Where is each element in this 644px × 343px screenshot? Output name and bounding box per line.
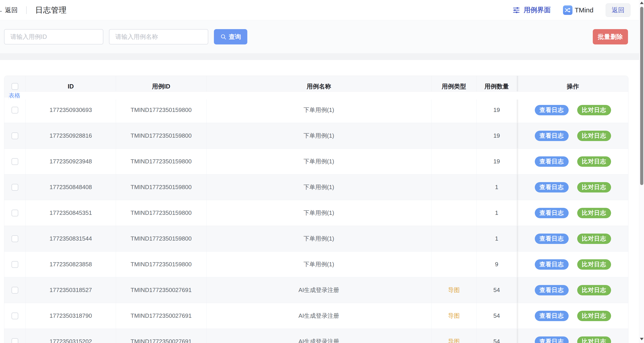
cell-id: 1772350831544 xyxy=(26,226,116,252)
back-link[interactable]: ← 返回 xyxy=(0,6,18,14)
cell-case-count: 19 xyxy=(476,97,517,123)
view-log-button[interactable]: 查看日志 xyxy=(535,285,569,296)
cell-id: 1772350318790 xyxy=(26,303,116,329)
table-row: 1772350831544 TMIND1772350159800 下单用例(1)… xyxy=(4,226,628,252)
view-log-button[interactable]: 查看日志 xyxy=(535,156,569,167)
cell-case-id: TMIND1772350159800 xyxy=(116,226,206,252)
row-checkbox-cell xyxy=(4,252,26,277)
cell-case-id: TMIND1772350159800 xyxy=(116,174,206,200)
table-row: 1772350848408 TMIND1772350159800 下单用例(1)… xyxy=(4,174,628,200)
cell-case-name: 下单用例(1) xyxy=(206,97,432,123)
case-id-input[interactable] xyxy=(4,29,103,44)
compare-log-button[interactable]: 比对日志 xyxy=(577,259,611,270)
row-checkbox-cell xyxy=(4,97,26,123)
view-log-button[interactable]: 查看日志 xyxy=(535,259,569,270)
cell-case-id: TMIND1772350159800 xyxy=(116,200,206,226)
compare-log-button[interactable]: 比对日志 xyxy=(577,336,611,343)
page-title: 日志管理 xyxy=(35,5,67,15)
usecase-view-link[interactable]: 用例界面 xyxy=(512,6,551,15)
table-row: 1772350845351 TMIND1772350159800 下单用例(1)… xyxy=(4,200,628,226)
cell-case-name: 下单用例(1) xyxy=(206,226,432,252)
cell-case-count: 54 xyxy=(476,329,517,343)
scrollbar-thumb[interactable] xyxy=(640,7,643,185)
view-log-button[interactable]: 查看日志 xyxy=(535,131,569,141)
cell-case-type: 导图 xyxy=(432,303,476,329)
row-checkbox[interactable] xyxy=(12,210,18,216)
cell-case-name: 下单用例(1) xyxy=(206,174,432,200)
row-checkbox[interactable] xyxy=(12,132,18,139)
row-checkbox-cell xyxy=(4,149,26,174)
case-type-link[interactable]: 导图 xyxy=(448,338,460,343)
view-log-button[interactable]: 查看日志 xyxy=(535,105,569,115)
vertical-scrollbar[interactable] xyxy=(639,0,644,343)
compare-log-button[interactable]: 比对日志 xyxy=(577,131,611,141)
case-type-link[interactable]: 导图 xyxy=(448,286,460,294)
usecase-view-label: 用例界面 xyxy=(524,6,551,15)
view-log-button[interactable]: 查看日志 xyxy=(535,311,569,321)
cell-id: 1772350845351 xyxy=(26,200,116,226)
compare-log-button[interactable]: 比对日志 xyxy=(577,182,611,192)
cell-actions: 查看日志 比对日志 xyxy=(517,329,628,343)
nav-divider xyxy=(26,6,27,14)
row-checkbox[interactable] xyxy=(12,261,18,268)
filter-bar: 查询 批量删除 xyxy=(0,20,644,53)
table-row: 1772350923948 TMIND1772350159800 下单用例(1)… xyxy=(4,149,628,174)
compare-log-button[interactable]: 比对日志 xyxy=(577,311,611,321)
scrollbar-down-arrow[interactable] xyxy=(640,338,644,340)
compare-log-button[interactable]: 比对日志 xyxy=(577,285,611,296)
cell-case-count: 1 xyxy=(476,226,517,252)
table-row: 1772350315202 TMIND1772350027691 AI生成登录注… xyxy=(4,329,628,343)
cell-case-count: 19 xyxy=(476,149,517,174)
cell-id: 1772350930693 xyxy=(26,97,116,123)
cell-case-name: AI生成登录注册 xyxy=(206,277,432,303)
return-button[interactable]: 返回 xyxy=(606,4,630,17)
cell-case-type: 表格 xyxy=(432,123,476,149)
cell-actions: 查看日志 比对日志 xyxy=(517,303,628,329)
cell-actions: 查看日志 比对日志 xyxy=(517,149,628,174)
log-table: ID 用例ID 用例名称 用例类型 用例数量 操作 1772350930693 … xyxy=(4,76,628,343)
compare-log-button[interactable]: 比对日志 xyxy=(577,234,611,244)
view-log-button[interactable]: 查看日志 xyxy=(535,208,569,218)
row-checkbox[interactable] xyxy=(12,184,18,191)
compare-log-button[interactable]: 比对日志 xyxy=(577,208,611,218)
scrollbar-up-arrow[interactable] xyxy=(640,2,644,4)
table-row: 1772350930693 TMIND1772350159800 下单用例(1)… xyxy=(4,97,628,123)
cell-case-type: 表格 xyxy=(432,200,476,226)
cell-case-id: TMIND1772350159800 xyxy=(116,123,206,149)
cell-case-count: 9 xyxy=(476,252,517,277)
row-checkbox[interactable] xyxy=(12,107,18,114)
cell-case-name: 下单用例(1) xyxy=(206,252,432,277)
view-log-button[interactable]: 查看日志 xyxy=(535,234,569,244)
table-row: 1772350823858 TMIND1772350159800 下单用例(1)… xyxy=(4,252,628,277)
cell-actions: 查看日志 比对日志 xyxy=(517,123,628,149)
table-body: 1772350930693 TMIND1772350159800 下单用例(1)… xyxy=(4,97,628,343)
case-name-input[interactable] xyxy=(109,29,208,44)
cell-id: 1772350848408 xyxy=(26,174,116,200)
row-checkbox[interactable] xyxy=(12,158,18,165)
select-all-checkbox[interactable] xyxy=(12,83,18,90)
row-checkbox[interactable] xyxy=(12,287,18,294)
nav-left: ← 返回 日志管理 xyxy=(0,5,67,15)
cell-case-name: AI生成登录注册 xyxy=(206,329,432,343)
row-checkbox-cell xyxy=(4,200,26,226)
cell-case-id: TMIND1772350027691 xyxy=(116,277,206,303)
batch-delete-button[interactable]: 批量删除 xyxy=(593,29,628,44)
row-checkbox-cell xyxy=(4,277,26,303)
cell-case-name: AI生成登录注册 xyxy=(206,303,432,329)
cell-id: 1772350823858 xyxy=(26,252,116,277)
row-checkbox[interactable] xyxy=(12,312,18,319)
back-arrow-icon: ← xyxy=(0,6,3,14)
row-checkbox[interactable] xyxy=(12,235,18,242)
view-log-button[interactable]: 查看日志 xyxy=(535,336,569,343)
compare-log-button[interactable]: 比对日志 xyxy=(577,105,611,115)
cell-id: 1772350928816 xyxy=(26,123,116,149)
cell-actions: 查看日志 比对日志 xyxy=(517,226,628,252)
search-icon xyxy=(220,34,226,40)
row-checkbox[interactable] xyxy=(12,338,18,343)
search-button[interactable]: 查询 xyxy=(214,29,247,44)
compare-log-button[interactable]: 比对日志 xyxy=(577,156,611,167)
cell-actions: 查看日志 比对日志 xyxy=(517,200,628,226)
cell-case-name: 下单用例(1) xyxy=(206,123,432,149)
view-log-button[interactable]: 查看日志 xyxy=(535,182,569,192)
case-type-link[interactable]: 导图 xyxy=(448,312,460,320)
